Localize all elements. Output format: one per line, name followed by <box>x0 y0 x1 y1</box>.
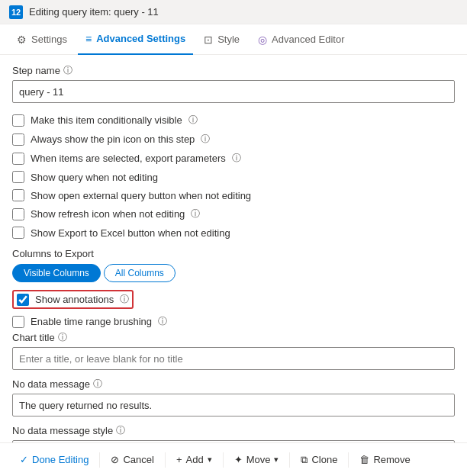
checkbox-pin-input[interactable] <box>12 133 24 146</box>
checkbox-show-query-label: Show query when not editing <box>31 172 158 183</box>
checkbox-annotations-label: Show annotations <box>35 294 114 305</box>
title-bar: 12 Editing query item: query - 11 <box>0 0 467 24</box>
action-bar: ✓ Done Editing ⊘ Cancel + Add ▾ ✦ Move ▾… <box>0 442 467 476</box>
no-data-style-wrapper: Info Warning Error <box>12 440 455 442</box>
checkbox-export-params-info[interactable]: ⓘ <box>232 152 241 165</box>
all-columns-button[interactable]: All Columns <box>104 264 176 282</box>
checkbox-brushing-label: Enable time range brushing <box>31 316 152 327</box>
checkbox-conditional: Make this item conditionally visible ⓘ <box>12 111 455 130</box>
columns-btn-group: Visible Columns All Columns <box>12 264 455 282</box>
separator-5 <box>348 452 349 468</box>
remove-button[interactable]: 🗑 Remove <box>352 449 417 470</box>
remove-icon: 🗑 <box>359 454 369 465</box>
chart-title-info-icon[interactable]: ⓘ <box>58 331 67 344</box>
tab-bar: ⚙ Settings ≡ Advanced Settings ⊡ Style ◎… <box>0 24 467 55</box>
advanced-settings-icon: ≡ <box>85 33 92 45</box>
separator-4 <box>289 452 290 468</box>
checkbox-show-query-input[interactable] <box>12 171 24 183</box>
checkbox-annotations-highlight: Show annotations ⓘ <box>12 290 134 309</box>
title-bar-title: Editing query item: query - 11 <box>29 6 159 18</box>
checkbox-show-refresh: Show refresh icon when not editing ⓘ <box>12 204 455 224</box>
clone-button[interactable]: ⧉ Clone <box>293 449 345 471</box>
no-data-message-info-icon[interactable]: ⓘ <box>93 378 102 391</box>
checkbox-show-excel-input[interactable] <box>12 227 24 239</box>
no-data-style-label: No data message style ⓘ <box>12 424 455 437</box>
chart-title-group: Chart title ⓘ <box>12 331 455 370</box>
tab-advanced-editor[interactable]: ◎ Advanced Editor <box>250 24 352 55</box>
checkbox-pin: Always show the pin icon on this step ⓘ <box>12 130 455 149</box>
no-data-style-select[interactable]: Info Warning Error <box>12 440 455 442</box>
step-name-group: Step name ⓘ <box>12 64 455 103</box>
step-name-input[interactable] <box>12 80 455 103</box>
checkbox-export-params: When items are selected, export paramete… <box>12 149 455 168</box>
style-icon: ⊡ <box>204 34 213 46</box>
checkbox-brushing-input[interactable] <box>12 316 24 328</box>
tab-advanced-settings[interactable]: ≡ Advanced Settings <box>78 24 193 55</box>
checkbox-annotations-row: Show annotations ⓘ <box>12 287 455 312</box>
checkbox-conditional-input[interactable] <box>12 114 24 127</box>
checkbox-show-external: Show open external query button when not… <box>12 186 455 204</box>
step-name-label: Step name ⓘ <box>12 64 455 77</box>
move-icon: ✦ <box>234 454 243 465</box>
advanced-editor-icon: ◎ <box>258 34 267 46</box>
no-data-style-info-icon[interactable]: ⓘ <box>116 424 125 437</box>
checkbox-show-excel: Show Export to Excel button when not edi… <box>12 224 455 242</box>
checkbox-show-excel-label: Show Export to Excel button when not edi… <box>31 227 230 239</box>
done-editing-icon: ✓ <box>20 454 28 465</box>
move-button[interactable]: ✦ Move ▾ <box>227 449 287 470</box>
add-icon: + <box>176 454 182 465</box>
title-bar-icon: 12 <box>9 5 23 19</box>
checkbox-export-params-input[interactable] <box>12 153 24 165</box>
checkbox-annotations-info[interactable]: ⓘ <box>120 293 129 306</box>
checkbox-pin-label: Always show the pin icon on this step <box>31 133 195 145</box>
chart-title-label: Chart title ⓘ <box>12 331 455 344</box>
checkbox-export-params-label: When items are selected, export paramete… <box>31 153 226 164</box>
checkbox-show-external-input[interactable] <box>12 189 24 201</box>
chart-title-input[interactable] <box>12 347 455 370</box>
checkbox-conditional-info[interactable]: ⓘ <box>188 114 198 127</box>
content-area: Step name ⓘ Make this item conditionally… <box>0 55 467 442</box>
cancel-icon: ⊘ <box>111 454 119 465</box>
add-chevron-icon: ▾ <box>208 455 212 465</box>
no-data-message-group: No data message ⓘ <box>12 378 455 416</box>
checkbox-show-refresh-info[interactable]: ⓘ <box>191 207 200 220</box>
no-data-message-label: No data message ⓘ <box>12 378 455 391</box>
checkbox-brushing-info[interactable]: ⓘ <box>158 315 167 328</box>
move-chevron-icon: ▾ <box>274 455 279 465</box>
done-editing-button[interactable]: ✓ Done Editing <box>12 449 96 470</box>
no-data-style-group: No data message style ⓘ Info Warning Err… <box>12 424 455 442</box>
tab-settings[interactable]: ⚙ Settings <box>9 24 75 55</box>
separator-3 <box>223 452 224 468</box>
checkbox-conditional-label: Make this item conditionally visible <box>31 114 182 126</box>
settings-icon: ⚙ <box>17 34 27 46</box>
add-button[interactable]: + Add ▾ <box>169 449 220 470</box>
no-data-message-input[interactable] <box>12 394 455 416</box>
separator-2 <box>165 452 166 468</box>
tab-style[interactable]: ⊡ Style <box>196 24 247 55</box>
clone-icon: ⧉ <box>301 454 308 466</box>
checkbox-show-refresh-label: Show refresh icon when not editing <box>31 208 185 220</box>
columns-to-export-label: Columns to Export <box>12 248 455 259</box>
columns-to-export-section: Columns to Export Visible Columns All Co… <box>12 248 455 282</box>
checkbox-annotations-input[interactable] <box>17 294 29 306</box>
checkbox-show-refresh-input[interactable] <box>12 208 24 220</box>
separator-1 <box>99 452 100 468</box>
cancel-button[interactable]: ⊘ Cancel <box>103 449 161 470</box>
visible-columns-button[interactable]: Visible Columns <box>12 264 101 282</box>
checkbox-brushing: Enable time range brushing ⓘ <box>12 312 455 331</box>
checkbox-show-external-label: Show open external query button when not… <box>31 190 251 201</box>
checkbox-show-query: Show query when not editing <box>12 168 455 186</box>
step-name-info-icon[interactable]: ⓘ <box>63 64 72 77</box>
checkbox-pin-info[interactable]: ⓘ <box>201 133 210 146</box>
